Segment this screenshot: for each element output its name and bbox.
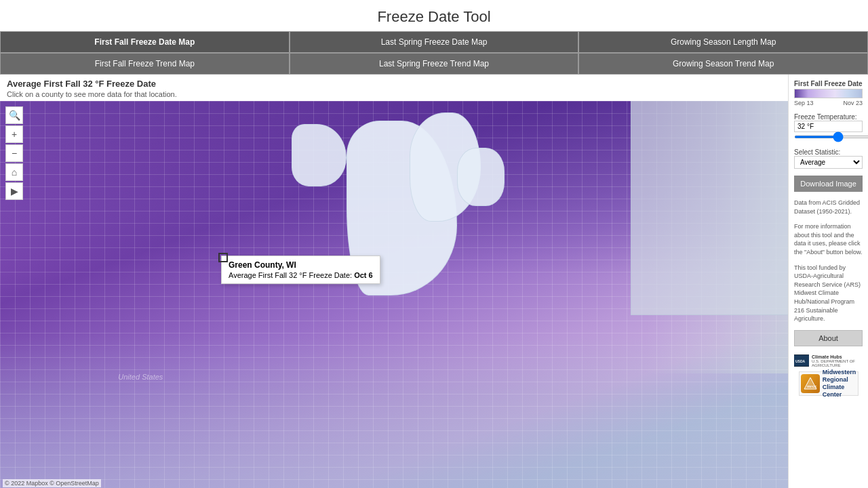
nav-first-fall-freeze-date-map[interactable]: First Fall Freeze Date Map <box>0 31 290 53</box>
usda-line1: Climate Hubs <box>812 354 863 359</box>
nav-first-fall-freeze-trend-map[interactable]: First Fall Freeze Trend Map <box>0 53 290 75</box>
sidebar: First Fall Freeze Date Sep 13 Nov 23 Fre… <box>788 75 868 488</box>
map-arrow-button[interactable]: ▶ <box>5 182 23 200</box>
mrcc-icon: mrcc <box>801 374 820 393</box>
about-button[interactable]: About <box>794 330 863 346</box>
legend-color-bar <box>794 89 863 98</box>
mrcc-logo: mrcc Midwestern Regional Climate Center <box>799 371 859 396</box>
freeze-temp-label: Freeze Temperature: <box>794 113 863 121</box>
usda-icon: USDA <box>794 354 809 367</box>
map-copyright: © 2022 Mapbox © OpenStreetMap <box>3 479 101 487</box>
freeze-temp-input[interactable] <box>794 121 863 132</box>
map-section: Average First Fall 32 °F Freeze Date Cli… <box>0 75 788 488</box>
tooltip-description: Average First Fall 32 °F Freeze Date: Oc… <box>229 271 373 279</box>
usda-logo: USDA Climate Hubs U.S. DEPARTMENT OF AGR… <box>794 354 863 367</box>
map-home-button[interactable]: ⌂ <box>5 163 23 181</box>
legend-labels: Sep 13 Nov 23 <box>794 100 863 106</box>
map-selected-county-marker <box>218 253 228 262</box>
sidebar-info-text-3: This tool funded by USDA-Agricultural Re… <box>794 264 863 323</box>
sidebar-info-text-2: For more information about this tool and… <box>794 222 863 256</box>
svg-text:mrcc: mrcc <box>807 384 817 388</box>
legend-start-label: Sep 13 <box>794 100 814 106</box>
freeze-temp-section: Freeze Temperature: ◀ ▶ <box>794 110 863 142</box>
map-controls: 🔍 + − ⌂ ▶ <box>5 106 23 200</box>
map-zoom-out-button[interactable]: − <box>5 144 23 162</box>
statistic-label: Select Statistic: <box>794 148 863 156</box>
map-visual: United States <box>0 101 788 488</box>
nav-last-spring-freeze-date-map[interactable]: Last Spring Freeze Date Map <box>290 31 579 53</box>
svg-text:USDA: USDA <box>795 359 806 363</box>
tooltip-desc-text: Average First Fall 32 °F Freeze Date: <box>229 271 352 279</box>
map-sublabel: Click on a county to see more data for t… <box>0 90 788 101</box>
map-outside-us-area <box>631 101 788 315</box>
mrcc-text: Midwestern Regional Climate Center <box>823 369 856 398</box>
map-zoom-in-button[interactable]: + <box>5 125 23 143</box>
nav-growing-season-trend-map[interactable]: Growing Season Trend Map <box>578 53 868 75</box>
nav-row-1: First Fall Freeze Date Map Last Spring F… <box>0 31 868 53</box>
statistic-section: Select Statistic: Average Median 10th Pe… <box>794 146 863 169</box>
usda-text-area: Climate Hubs U.S. DEPARTMENT OF AGRICULT… <box>812 354 863 367</box>
map-label: Average First Fall 32 °F Freeze Date <box>0 75 788 90</box>
map-county-tooltip: Green County, WI Average First Fall 32 °… <box>221 256 380 284</box>
tooltip-county-name: Green County, WI <box>229 260 373 270</box>
freeze-temp-slider-row: ◀ ▶ <box>794 132 863 142</box>
nav-row-2: First Fall Freeze Trend Map Last Spring … <box>0 53 868 75</box>
page-title: Freeze Date Tool <box>0 0 868 31</box>
download-image-button[interactable]: Download Image <box>794 176 863 192</box>
sidebar-legend-section: First Fall Freeze Date Sep 13 Nov 23 <box>794 80 863 106</box>
usda-line2: U.S. DEPARTMENT OF AGRICULTURE <box>812 359 863 367</box>
statistic-select[interactable]: Average Median 10th Percentile 90th Perc… <box>794 156 863 169</box>
freeze-temp-slider[interactable] <box>794 136 868 138</box>
map-container[interactable]: United States 🔍 + − ⌂ ▶ Green County, WI… <box>0 101 788 488</box>
legend-end-label: Nov 23 <box>843 100 863 106</box>
nav-last-spring-freeze-trend-map[interactable]: Last Spring Freeze Trend Map <box>290 53 579 75</box>
nav-growing-season-length-map[interactable]: Growing Season Length Map <box>578 31 868 53</box>
legend-title: First Fall Freeze Date <box>794 80 863 87</box>
main-area: Average First Fall 32 °F Freeze Date Cli… <box>0 75 868 488</box>
map-search-button[interactable]: 🔍 <box>5 106 23 124</box>
map-great-lakes-erie <box>457 148 505 206</box>
logo-area: USDA Climate Hubs U.S. DEPARTMENT OF AGR… <box>794 354 863 396</box>
tooltip-value: Oct 6 <box>354 271 373 279</box>
sidebar-info-text-1: Data from ACIS Gridded Dataset (1950-202… <box>794 199 863 216</box>
map-us-label: United States <box>118 373 163 381</box>
